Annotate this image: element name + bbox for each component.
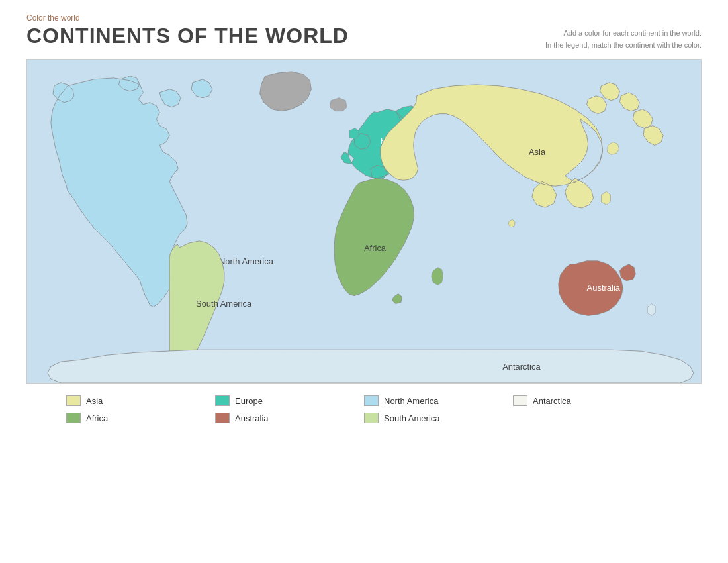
- antarctica-label: Antarctica: [502, 362, 541, 372]
- legend-color-asia: [66, 395, 81, 406]
- subtitle: Color the world: [26, 13, 702, 23]
- legend-label-australia: Australia: [235, 413, 269, 423]
- legend-color-antarctica: [513, 395, 527, 406]
- legend-label-south-america: South America: [384, 413, 440, 423]
- legend-color-africa: [66, 413, 81, 423]
- main-title: CONTINENTS OF THE WORLD: [26, 24, 349, 48]
- header: Color the world CONTINENTS OF THE WORLD …: [26, 13, 702, 51]
- legend-column-2: Europe Australia: [215, 395, 364, 423]
- legend-column-4: Antarctica: [513, 395, 662, 423]
- legend-color-north-america: [364, 395, 379, 406]
- legend-item-africa: Africa: [66, 413, 215, 423]
- instructions: Add a color for each continent in the wo…: [545, 28, 702, 51]
- world-map-svg: North America South America Europe Afric…: [27, 60, 701, 383]
- legend: Asia Africa Europe Australia North Ameri…: [26, 395, 702, 423]
- legend-label-africa: Africa: [86, 413, 108, 423]
- legend-color-south-america: [364, 413, 379, 423]
- instructions-line1: Add a color for each continent in the wo…: [563, 29, 702, 37]
- page-container: Color the world CONTINENTS OF THE WORLD …: [0, 0, 728, 563]
- legend-item-europe: Europe: [215, 395, 364, 406]
- legend-label-north-america: North America: [384, 396, 438, 406]
- south-america-label: South America: [196, 299, 252, 309]
- title-row: CONTINENTS OF THE WORLD Add a color for …: [26, 24, 702, 51]
- instructions-line2: In the legend, match the continent with …: [545, 41, 702, 49]
- legend-label-europe: Europe: [235, 396, 263, 406]
- map-container: North America South America Europe Afric…: [26, 59, 702, 384]
- antarctica-continent: Antarctica: [48, 350, 694, 383]
- australia-label: Australia: [587, 283, 621, 293]
- legend-item-antarctica: Antarctica: [513, 395, 662, 406]
- legend-column-1: Asia Africa: [66, 395, 215, 423]
- legend-label-asia: Asia: [86, 396, 103, 406]
- legend-item-australia: Australia: [215, 413, 364, 423]
- legend-item-north-america: North America: [364, 395, 513, 406]
- legend-color-europe: [215, 395, 230, 406]
- asia-label: Asia: [529, 148, 546, 158]
- legend-item-south-america: South America: [364, 413, 513, 423]
- legend-color-australia: [215, 413, 230, 423]
- legend-column-3: North America South America: [364, 395, 513, 423]
- north-america-label: North America: [219, 256, 274, 266]
- africa-label: Africa: [364, 243, 387, 253]
- legend-item-asia: Asia: [66, 395, 215, 406]
- legend-label-antarctica: Antarctica: [533, 396, 571, 406]
